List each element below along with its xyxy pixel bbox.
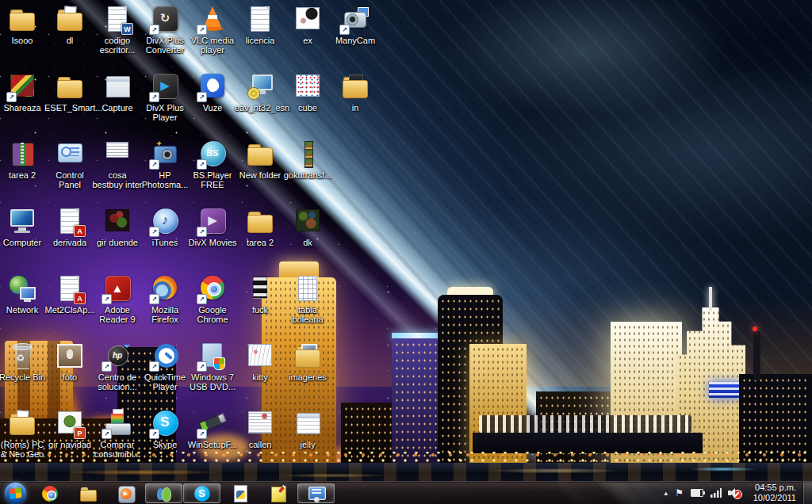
desktop-icon-gokutransf[interactable]: gokutransf... — [282, 139, 333, 180]
desktop-icon-new-folder[interactable]: New folder — [235, 139, 285, 180]
desktop-icon-network[interactable]: Network — [0, 274, 48, 315]
desktop-icon-roms-pc-neo-geo[interactable]: (Roms) PC & Neo Geo — [0, 409, 48, 459]
vuze-frog-icon: ↗ — [198, 72, 227, 101]
desktop-icon-skype[interactable]: S↗Skype — [140, 409, 190, 449]
taskbar-button-chrome[interactable] — [31, 483, 68, 503]
icon-label: foto — [44, 372, 95, 382]
shortcut-arrow-icon: ↗ — [149, 361, 159, 372]
winrar-archive-icon — [8, 139, 36, 168]
desktop[interactable]: IsooodlWcodigo escritor...↻↗DivX Plus Co… — [0, 0, 812, 504]
desktop-icon-itunes[interactable]: ♪↗iTunes — [140, 207, 190, 247]
icon-label: Comprar consumibl... — [92, 440, 143, 459]
desktop-icon-centro-de-soluciones-hp[interactable]: hp↗Centro de solucion... — [92, 342, 143, 391]
taskbar-button-media-player[interactable] — [107, 483, 144, 503]
desktop-icon-fuck[interactable]: fuck — [235, 274, 285, 315]
desktop-icon-hp-photosmart[interactable]: ↗HP Photosma... — [140, 139, 190, 189]
desktop-icon-foto[interactable]: foto — [44, 342, 95, 382]
taskbar-button-python-file[interactable] — [221, 483, 259, 503]
desktop-icon-dl[interactable]: dl — [44, 5, 95, 45]
desktop-icon-divx-plus-player[interactable]: ▶↗DivX Plus Player — [140, 72, 190, 122]
icon-label: licencia — [235, 36, 285, 45]
desktop-icon-tabla-boleana[interactable]: tabla boleana — [282, 274, 333, 324]
desktop-icon-shareaza[interactable]: ↗Shareaza — [0, 72, 48, 113]
desktop-icon-kitty[interactable]: kitty — [235, 342, 285, 382]
network-signal-icon[interactable] — [710, 488, 722, 498]
shortcut-arrow-icon: ↗ — [149, 92, 159, 102]
desktop-icon-cosa-bestbuy-inter[interactable]: cosa bestbuy inter — [92, 139, 143, 189]
icon-label: dl — [44, 36, 95, 45]
shortcut-arrow-icon: ↗ — [149, 227, 159, 237]
desktop-icon-vlc-media-player[interactable]: ↗VLC media player — [187, 5, 238, 55]
desktop-icon-control-panel[interactable]: Control Panel — [44, 139, 95, 189]
desktop-icon-windows7-usb-dvd[interactable]: ↗Windows 7 USB DVD... — [187, 342, 238, 391]
icon-label: VLC media player — [187, 36, 238, 55]
desktop-icon-derivada[interactable]: Aderivada — [44, 207, 95, 247]
icon-label: tabla boleana — [282, 305, 333, 324]
desktop-icon-imagenes[interactable]: imagenes — [282, 342, 333, 382]
show-hidden-icons-button[interactable]: ▴ — [660, 489, 672, 497]
desktop-icon-capture[interactable]: Capture — [92, 72, 143, 113]
show-desktop-button[interactable] — [802, 482, 812, 504]
webcam-icon: ↗ — [341, 5, 370, 33]
icon-label: gokutransf... — [282, 170, 333, 180]
desktop-icon-adobe-reader-9[interactable]: ▲↗Adobe Reader 9 — [92, 274, 143, 324]
mute-badge-icon — [733, 490, 742, 499]
shortcut-arrow-icon: ↗ — [149, 294, 159, 304]
desktop-icon-computer[interactable]: Computer — [0, 207, 48, 247]
shortcut-arrow-icon: ↗ — [149, 25, 159, 35]
desktop-icon-gir-duende[interactable]: gir duende — [92, 207, 143, 247]
sketch-image-icon — [246, 409, 274, 437]
icon-label: fuck — [235, 305, 285, 315]
desktop-icon-eav-nt32-esn[interactable]: eav_nt32_esn — [235, 72, 285, 113]
desktop-icon-ex[interactable]: ex — [282, 5, 333, 45]
icon-label: tarea 2 — [235, 238, 285, 247]
desktop-icon-isooo[interactable]: Isooo — [0, 5, 48, 45]
shortcut-arrow-icon: ↗ — [197, 429, 207, 439]
desktop-icon-tarea-2-rar[interactable]: tarea 2 — [0, 139, 48, 180]
desktop-icon-google-chrome[interactable]: ↗Google Chrome — [187, 274, 238, 324]
taskbar-button-windows-explorer[interactable] — [69, 483, 106, 503]
vlc-cone-icon: ↗ — [198, 5, 227, 33]
taskbar-button-display-settings[interactable] — [297, 483, 335, 503]
image-document-icon — [293, 5, 322, 33]
icon-label: DivX Movies — [187, 238, 238, 247]
action-center-flag-icon[interactable]: ⚑ — [672, 487, 687, 498]
printer-icon: ↗ — [103, 409, 132, 437]
desktop-icon-manycam[interactable]: ↗ManyCam — [330, 5, 381, 45]
desktop-icon-dk[interactable]: dk — [282, 207, 333, 247]
python-file-icon — [231, 484, 250, 503]
icon-label: Google Chrome — [187, 305, 238, 324]
desktop-icon-divx-plus-converter[interactable]: ↻↗DivX Plus Converter — [140, 5, 190, 55]
desktop-icon-gir-navidad[interactable]: Pgir navidad — [44, 409, 95, 449]
taskbar-clock[interactable]: 04:55 p.m. 10/02/2011 — [753, 483, 796, 503]
desktop-icon-eset-smart[interactable]: ESET_Smart... — [44, 72, 95, 113]
desktop-icon-tarea-2-folder[interactable]: tarea 2 — [235, 207, 285, 247]
desktop-icon-licencia[interactable]: licencia — [235, 5, 285, 45]
desktop-icon-jelly[interactable]: jelly — [282, 409, 333, 449]
folder-with-screenshot-icon — [341, 72, 370, 101]
taskbar-button-notes[interactable] — [259, 483, 297, 503]
start-button[interactable] — [0, 482, 30, 504]
desktop-icon-cube[interactable]: cube — [282, 72, 333, 113]
desktop-icon-winsetupf[interactable]: ↗WinSetupF... — [187, 409, 238, 449]
desktop-icon-mozilla-firefox[interactable]: ↗Mozilla Firefox — [140, 274, 190, 324]
desktop-icon-codigo-escritor[interactable]: Wcodigo escritor... — [92, 5, 143, 55]
desktop-icon-comprar-consumibles[interactable]: ↗Comprar consumibl... — [92, 409, 143, 459]
desktop-icon-callen[interactable]: callen — [235, 409, 285, 449]
shortcut-arrow-icon: ↗ — [339, 25, 350, 35]
battery-icon[interactable] — [691, 489, 703, 497]
desktop-icon-bsplayer-free[interactable]: BS↗BS.Player FREE — [187, 139, 238, 189]
system-tray: ▴ ⚑ 04:55 p.m. 10/02/2011 — [660, 482, 812, 504]
desktop-icon-in[interactable]: in — [330, 72, 381, 113]
icon-label: DivX Plus Player — [140, 103, 190, 122]
desktop-icon-vuze[interactable]: ↗Vuze — [187, 72, 238, 113]
desktop-icon-divx-movies[interactable]: ▶↗DivX Movies — [187, 207, 238, 247]
desktop-icon-met2clsap[interactable]: AMet2ClsAp... — [44, 274, 95, 315]
taskbar-button-skype[interactable]: S — [183, 483, 220, 503]
desktop-icon-recycle-bin[interactable]: ♻Recycle Bin — [0, 342, 48, 382]
volume-muted-icon[interactable] — [727, 487, 743, 499]
desktop-icon-quicktime-player[interactable]: ↗QuickTime Player — [140, 342, 190, 391]
taskbar-button-messenger[interactable] — [145, 483, 182, 503]
hp-camera-icon: ↗ — [151, 139, 179, 168]
messenger-buddies-icon — [155, 484, 174, 503]
